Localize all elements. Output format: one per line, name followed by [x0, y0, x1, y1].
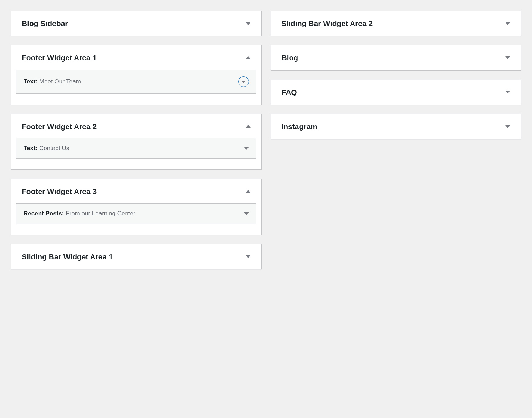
- sidebar-header[interactable]: Sliding Bar Widget Area 2: [271, 11, 521, 36]
- widget-name: Meet Our Team: [39, 78, 81, 85]
- sidebar-header[interactable]: Footer Widget Area 3: [11, 179, 261, 203]
- sidebar-title: Footer Widget Area 2: [22, 121, 97, 132]
- chevron-down-icon: [246, 255, 251, 258]
- sidebar-title: Footer Widget Area 3: [22, 186, 97, 197]
- widget-expand-toggle[interactable]: [238, 76, 249, 87]
- widget-colon: :: [36, 78, 39, 85]
- sidebar-panel-footer-widget-area-3: Footer Widget Area 3Recent Posts: From o…: [11, 179, 262, 235]
- widget-areas-container: Blog SidebarFooter Widget Area 1Text: Me…: [11, 11, 521, 269]
- widget-label: Text: Meet Our Team: [24, 78, 81, 85]
- chevron-up-icon: [246, 125, 251, 128]
- sidebar-header[interactable]: Blog Sidebar: [11, 11, 261, 36]
- sidebar-title: Sliding Bar Widget Area 2: [282, 18, 373, 29]
- sidebar-panel-footer-widget-area-1: Footer Widget Area 1Text: Meet Our Team: [11, 45, 262, 104]
- widget-type: Text: [24, 145, 36, 152]
- sidebar-body: Text: Contact Us: [11, 138, 261, 169]
- chevron-down-icon: [246, 22, 251, 25]
- sidebar-header[interactable]: FAQ: [271, 80, 521, 104]
- chevron-down-icon: [505, 91, 510, 93]
- widget-column-left: Blog SidebarFooter Widget Area 1Text: Me…: [11, 11, 262, 269]
- widget-name: Contact Us: [39, 145, 69, 152]
- sidebar-title: Sliding Bar Widget Area 1: [22, 251, 113, 262]
- widget-type: Recent Posts: [24, 210, 62, 217]
- chevron-down-icon[interactable]: [244, 147, 249, 150]
- sidebar-body: Recent Posts: From our Learning Center: [11, 203, 261, 235]
- sidebar-panel-footer-widget-area-2: Footer Widget Area 2Text: Contact Us: [11, 114, 262, 170]
- sidebar-panel-blog-sidebar: Blog Sidebar: [11, 11, 262, 36]
- widget-name: From our Learning Center: [66, 210, 135, 217]
- sidebar-panel-sliding-bar-widget-area-1: Sliding Bar Widget Area 1: [11, 244, 262, 269]
- sidebar-header[interactable]: Sliding Bar Widget Area 1: [11, 244, 261, 269]
- sidebar-header[interactable]: Instagram: [271, 114, 521, 139]
- widget-colon: :: [36, 145, 39, 152]
- sidebar-panel-instagram: Instagram: [271, 114, 522, 139]
- chevron-down-icon: [505, 22, 510, 25]
- chevron-down-icon: [505, 125, 510, 128]
- chevron-up-icon: [246, 190, 251, 193]
- widget-item-text-contact-us[interactable]: Text: Contact Us: [16, 138, 256, 159]
- widget-item-text-meet-our-team[interactable]: Text: Meet Our Team: [16, 70, 256, 94]
- sidebar-title: Blog: [282, 52, 298, 63]
- sidebar-body: Text: Meet Our Team: [11, 70, 261, 104]
- widget-item-recent-posts-from-our-learning-center[interactable]: Recent Posts: From our Learning Center: [16, 203, 256, 224]
- chevron-down-icon: [241, 81, 246, 83]
- widget-column-right: Sliding Bar Widget Area 2BlogFAQInstagra…: [271, 11, 522, 269]
- sidebar-title: Footer Widget Area 1: [22, 52, 97, 63]
- chevron-down-icon[interactable]: [244, 212, 249, 215]
- sidebar-header[interactable]: Blog: [271, 45, 521, 70]
- sidebar-title: Blog Sidebar: [22, 18, 68, 29]
- sidebar-panel-faq: FAQ: [271, 80, 522, 105]
- widget-label: Text: Contact Us: [24, 145, 69, 152]
- sidebar-panel-blog: Blog: [271, 45, 522, 70]
- sidebar-panel-sliding-bar-widget-area-2: Sliding Bar Widget Area 2: [271, 11, 522, 36]
- widget-type: Text: [24, 78, 36, 85]
- sidebar-header[interactable]: Footer Widget Area 2: [11, 114, 261, 138]
- chevron-down-icon: [505, 56, 510, 59]
- sidebar-header[interactable]: Footer Widget Area 1: [11, 45, 261, 69]
- widget-label: Recent Posts: From our Learning Center: [24, 210, 135, 217]
- chevron-up-icon: [246, 56, 251, 59]
- sidebar-title: FAQ: [282, 87, 297, 97]
- widget-colon: :: [62, 210, 66, 217]
- sidebar-title: Instagram: [282, 121, 317, 132]
